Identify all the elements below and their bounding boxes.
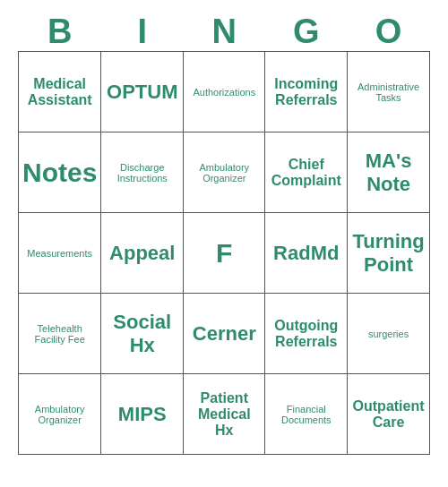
cell-r1-c0: Notes <box>19 132 101 213</box>
cell-r3-c3: Outgoing Referrals <box>265 294 348 374</box>
cell-r4-c4: Outpatient Care <box>348 374 430 455</box>
cell-r0-c4: Administrative Tasks <box>348 52 430 132</box>
cell-r2-c4: Turning Point <box>348 213 430 294</box>
cell-r0-c1: OPTUM <box>101 52 184 132</box>
cell-r1-c3: Chief Complaint <box>265 132 348 213</box>
cell-r2-c3: RadMd <box>265 213 348 294</box>
cell-r0-c0: Medical Assistant <box>19 52 101 132</box>
table-row: Telehealth Facility FeeSocial HxCernerOu… <box>19 294 430 374</box>
cell-r4-c1: MIPS <box>101 374 184 455</box>
cell-r1-c2: Ambulatory Organizer <box>184 132 265 213</box>
cell-r3-c0: Telehealth Facility Fee <box>19 294 101 374</box>
bingo-grid: BINGO Medical AssistantOPTUMAuthorizatio… <box>18 13 430 455</box>
cell-r3-c4: surgeries <box>348 294 430 374</box>
table-row: NotesDischarge InstructionsAmbulatory Or… <box>19 132 430 213</box>
cell-r4-c3: Financial Documents <box>265 374 348 455</box>
cell-r2-c1: Appeal <box>101 213 184 294</box>
bingo-letter-n: N <box>184 13 265 52</box>
table-row: Medical AssistantOPTUMAuthorizationsInco… <box>19 52 430 132</box>
bingo-letter-b: B <box>19 13 101 52</box>
cell-r2-c2: F <box>184 213 265 294</box>
cell-r2-c0: Measurements <box>19 213 101 294</box>
cell-r0-c3: Incoming Referrals <box>265 52 348 132</box>
cell-r0-c2: Authorizations <box>184 52 265 132</box>
bingo-letter-g: G <box>265 13 348 52</box>
cell-r3-c2: Cerner <box>184 294 265 374</box>
cell-r4-c2: Patient Medical Hx <box>184 374 265 455</box>
cell-r1-c4: MA's Note <box>348 132 430 213</box>
bingo-letter-i: I <box>101 13 184 52</box>
table-row: MeasurementsAppealFRadMdTurning Point <box>19 213 430 294</box>
table-row: Ambulatory OrganizerMIPSPatient Medical … <box>19 374 430 455</box>
bingo-letter-o: O <box>348 13 430 52</box>
cell-r1-c1: Discharge Instructions <box>101 132 184 213</box>
cell-r4-c0: Ambulatory Organizer <box>19 374 101 455</box>
cell-r3-c1: Social Hx <box>101 294 184 374</box>
